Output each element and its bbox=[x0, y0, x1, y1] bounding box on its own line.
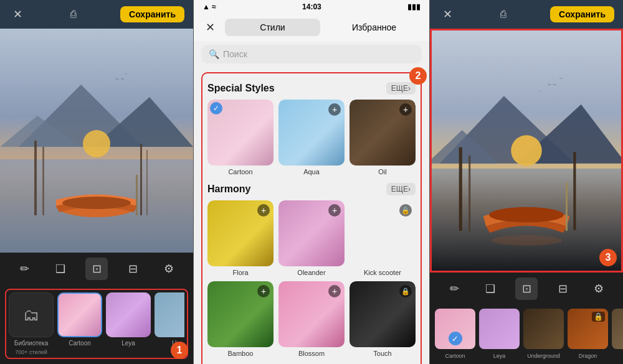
harmony-styles-grid: + Flora + Oleander 🔒 bbox=[207, 200, 416, 357]
harmony-more-button[interactable]: ЕЩЕ› bbox=[386, 183, 416, 195]
svg-text:~: ~ bbox=[559, 76, 563, 82]
kick-lock-badge: 🔒 bbox=[399, 204, 412, 217]
special-styles-grid: ✓ Cartoon + Aqua + bbox=[207, 100, 416, 175]
svg-point-4 bbox=[83, 130, 110, 157]
badge-1: 1 bbox=[171, 342, 188, 359]
panel-3-settings-icon[interactable]: ⚙ bbox=[587, 278, 610, 300]
grid-item-touch[interactable]: 🔒 Touch bbox=[350, 281, 416, 357]
svg-rect-24 bbox=[459, 147, 462, 231]
grid-item-oleander[interactable]: + Oleander bbox=[278, 200, 345, 276]
svg-rect-28 bbox=[566, 183, 568, 231]
grid-item-flora[interactable]: + Flora bbox=[207, 200, 273, 276]
panel-1-bottom: 🗂 Библиотека 700+ стилей Cartoon bbox=[0, 285, 193, 364]
panel-3-layers-icon[interactable]: ❑ bbox=[479, 278, 502, 300]
panel-1-styles-strip-border: 🗂 Библиотека 700+ стилей Cartoon bbox=[5, 289, 188, 359]
grid-item-cartoon[interactable]: ✓ Cartoon bbox=[207, 100, 273, 175]
svg-rect-25 bbox=[468, 156, 470, 231]
blossom-label: Blossom bbox=[278, 350, 345, 357]
svg-rect-10 bbox=[140, 144, 142, 215]
panel-3-close-button[interactable]: ✕ bbox=[439, 7, 456, 21]
svg-point-19 bbox=[511, 135, 542, 166]
panel-1-styles-strip: 🗂 Библиотека 700+ стилей Cartoon bbox=[9, 292, 184, 355]
panel-1-edit-icon[interactable]: ✏ bbox=[13, 258, 36, 280]
panel-3-underground-thumb bbox=[523, 309, 564, 349]
panel-3-tho-item[interactable]: Tho... bbox=[612, 309, 623, 359]
panel-3-dragon-item[interactable]: 🔒 Dragon bbox=[568, 309, 608, 359]
panel-1-close-button[interactable]: ✕ bbox=[9, 7, 26, 21]
grid-item-oil[interactable]: + Oil bbox=[350, 100, 416, 175]
panel-2-search-bar[interactable]: 🔍 Поиск bbox=[201, 45, 422, 63]
panel-1-library-item[interactable]: 🗂 Библиотека 700+ стилей bbox=[9, 292, 54, 355]
svg-text:~: ~ bbox=[125, 71, 128, 77]
harmony-title: Harmony bbox=[207, 184, 250, 195]
touch-label: Touch bbox=[350, 350, 416, 357]
panel-1-layers-icon[interactable]: ❑ bbox=[49, 258, 72, 280]
panel-3-frames-icon[interactable]: ⊟ bbox=[551, 278, 574, 300]
blossom-thumb: + bbox=[278, 281, 345, 347]
blossom-plus-badge: + bbox=[328, 285, 341, 297]
badge-2: 2 bbox=[409, 67, 427, 85]
panel-2-scroll[interactable]: Special Styles ЕЩЕ› ✓ Cartoon + bbox=[194, 67, 429, 364]
panel-3-share-icon[interactable]: ⎙ bbox=[500, 9, 506, 20]
panel-2-tab-styles[interactable]: Стили bbox=[225, 19, 320, 36]
panel-3-save-button[interactable]: Сохранить bbox=[550, 6, 614, 22]
panel-2-tab-favorites[interactable]: Избранное bbox=[326, 19, 422, 36]
panel-1-save-button[interactable]: Сохранить bbox=[120, 6, 184, 22]
grid-item-blossom[interactable]: + Blossom bbox=[278, 281, 345, 357]
panel-1-leya-label: Leya bbox=[121, 340, 135, 347]
touch-thumb: 🔒 bbox=[350, 281, 416, 347]
svg-text:~ ~: ~ ~ bbox=[548, 82, 556, 88]
bamboo-plus-badge: + bbox=[257, 285, 270, 297]
panel-1-cartoon-item[interactable]: Cartoon bbox=[57, 292, 102, 355]
panel-1-frames-icon[interactable]: ⊟ bbox=[121, 258, 144, 280]
panel-2: ▲ ≈ 14:03 ▮▮▮ ✕ Стили Избранное 🔍 Поиск … bbox=[193, 0, 430, 364]
aqua-thumb: + bbox=[278, 100, 345, 166]
panel-3-cartoon-label: Cartoon bbox=[445, 353, 465, 359]
aqua-plus-badge: + bbox=[328, 103, 341, 116]
panel-1-main-image: ~ ~ ~ bbox=[0, 29, 193, 253]
panel-3-leya-item[interactable]: Leya bbox=[479, 309, 520, 359]
svg-text:~: ~ bbox=[540, 88, 542, 94]
panel-2-red-outline: Special Styles ЕЩЕ› ✓ Cartoon + bbox=[201, 72, 422, 364]
panel-3-cartoon-check: ✓ bbox=[449, 332, 462, 345]
search-placeholder-text: Поиск bbox=[223, 49, 247, 59]
grid-item-kick[interactable]: 🔒 Kick scooter bbox=[350, 200, 416, 276]
panel-1-settings-icon[interactable]: ⚙ bbox=[158, 258, 180, 280]
panel-3-cartoon-item[interactable]: ✓ Cartoon bbox=[435, 309, 475, 359]
section-special-header: Special Styles ЕЩЕ› bbox=[207, 82, 416, 95]
touch-lock-badge: 🔒 bbox=[399, 285, 412, 297]
panel-1-crop-icon[interactable]: ⊡ bbox=[85, 258, 108, 280]
cartoon-check-badge: ✓ bbox=[210, 102, 222, 114]
grid-item-bamboo[interactable]: + Bamboo bbox=[207, 281, 273, 357]
svg-rect-9 bbox=[42, 147, 44, 215]
special-styles-title: Special Styles bbox=[207, 83, 275, 94]
panel-3-crop-icon[interactable]: ⊡ bbox=[515, 278, 538, 300]
svg-rect-26 bbox=[573, 152, 576, 230]
panel-3-leya-label: Leya bbox=[493, 353, 506, 359]
panel-1-leya-thumb bbox=[106, 292, 151, 337]
panel-1-u-thumb bbox=[155, 292, 184, 337]
cartoon-label: Cartoon bbox=[207, 168, 273, 175]
panel-1-library-icon: 🗂 bbox=[23, 306, 39, 325]
panel-1-leya-item[interactable]: Leya bbox=[106, 292, 151, 355]
panel-1: ✕ ⎙ Сохранить bbox=[0, 0, 193, 364]
grid-item-aqua[interactable]: + Aqua bbox=[278, 100, 345, 175]
panel-1-library-label: Библиотека bbox=[14, 340, 48, 347]
panel-3-edit-icon[interactable]: ✏ bbox=[443, 278, 465, 300]
panel-3-dragon-lock: 🔒 bbox=[592, 312, 605, 322]
badge-3: 3 bbox=[599, 249, 617, 266]
panel-1-share-icon[interactable]: ⎙ bbox=[70, 9, 77, 20]
panel-3-scene-svg: ~ ~ ~ ~ bbox=[430, 29, 623, 273]
flora-label: Flora bbox=[207, 269, 273, 276]
special-styles-more-button[interactable]: ЕЩЕ› bbox=[386, 82, 416, 95]
panel-3-cartoon-thumb: ✓ bbox=[435, 309, 475, 349]
status-wifi: ▲ ≈ bbox=[202, 2, 216, 11]
panel-2-status-bar: ▲ ≈ 14:03 ▮▮▮ bbox=[194, 0, 429, 14]
bamboo-thumb: + bbox=[207, 281, 273, 347]
panel-2-close-button[interactable]: ✕ bbox=[201, 21, 219, 34]
oil-plus-badge: + bbox=[399, 103, 412, 116]
svg-point-27 bbox=[489, 207, 564, 223]
panel-3: ✕ ⎙ Сохранить bbox=[430, 0, 623, 364]
panel-3-underground-item[interactable]: Underground bbox=[523, 309, 564, 359]
kick-thumb: 🔒 bbox=[350, 200, 416, 266]
